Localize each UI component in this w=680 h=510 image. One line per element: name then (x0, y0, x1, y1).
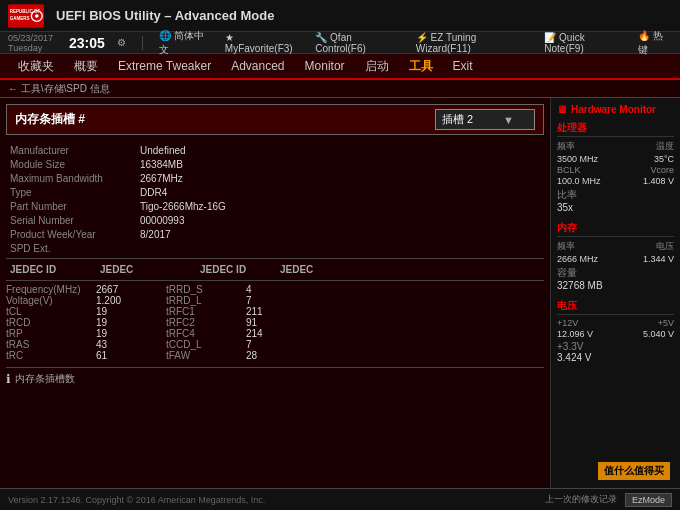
timing-val-trcd: 19 (96, 317, 146, 328)
footer-version: Version 2.17.1246. Copyright © 2016 Amer… (8, 495, 265, 505)
hw-cpu-freq-label: 频率 (557, 140, 575, 153)
module-size-val: 16384MB (136, 157, 544, 171)
serial-number-val: 00000993 (136, 213, 544, 227)
jedec-h3: JEDEC ID (196, 262, 276, 277)
nav-advanced[interactable]: Advanced (221, 55, 294, 77)
timing-key-trp: tRP (6, 328, 96, 339)
hw-bclk-label-row: BCLK Vcore (557, 165, 674, 175)
timing-row-freq: Frequency(MHz) 2667 tRRD_S 4 (6, 284, 544, 295)
hw-ram-title: 内存 (557, 221, 674, 237)
hw-ratio-val: 35x (557, 202, 674, 213)
info-label: 内存条插槽数 (15, 372, 75, 386)
topbar-qfan[interactable]: 🔧 Qfan Control(F6) (315, 32, 404, 54)
hw-12v-val-row: 12.096 V 5.040 V (557, 329, 674, 339)
timing-val-trp: 19 (96, 328, 146, 339)
hw-ram-cap-val: 32768 MB (557, 280, 674, 291)
spd-ext-val (136, 241, 544, 255)
table-row: Module Size 16384MB (6, 157, 544, 171)
hw-5v-val: 5.040 V (643, 329, 674, 339)
topbar: 05/23/2017 Tuesday 23:05 ⚙ 🌐 简体中文 ★ MyFa… (0, 32, 680, 54)
hw-ram-freq-val-row: 2666 MHz 1.344 V (557, 254, 674, 264)
slot-selector: 内存条插槽 # 插槽 2 ▼ (6, 104, 544, 135)
hw-ram-freq-val: 2666 MHz (557, 254, 598, 264)
timing-val-tras: 43 (96, 339, 146, 350)
hw-12v-label: +12V (557, 318, 578, 328)
max-bandwidth-val: 2667MHz (136, 171, 544, 185)
topbar-lang[interactable]: 🌐 简体中文 (159, 29, 213, 57)
spd-ext-key: SPD Ext. (6, 241, 136, 255)
day-display: Tuesday (8, 43, 42, 53)
topbar-hotkeys[interactable]: 🔥 热键 (638, 29, 672, 57)
jedec-table: JEDEC ID JEDEC JEDEC ID JEDEC (6, 262, 544, 277)
nav-monitor[interactable]: Monitor (295, 55, 355, 77)
table-row: Part Number Tigo-2666Mhz-16G (6, 199, 544, 213)
timing-key-trfc4: tRFC4 (166, 328, 246, 339)
ez-mode-button[interactable]: EzMode (625, 493, 672, 507)
info-bar: ℹ 内存条插槽数 (6, 372, 544, 386)
nav-bar: 收藏夹 概要 Extreme Tweaker Advanced Monitor … (0, 54, 680, 80)
memory-info-table: Manufacturer Undefined Module Size 16384… (6, 143, 544, 255)
svg-text:GAMERS: GAMERS (10, 15, 30, 20)
hw-ratio-label: 比率 35x (557, 188, 674, 213)
hw-3v-val: 3.424 V (557, 352, 674, 363)
module-size-key: Module Size (6, 157, 136, 171)
monitor-icon: 🖥 (557, 104, 567, 115)
timing-key-tcl: tCL (6, 306, 96, 317)
timing-key-trcd: tRCD (6, 317, 96, 328)
gear-icon[interactable]: ⚙ (117, 37, 126, 48)
product-week-key: Product Week/Year (6, 227, 136, 241)
timing-val-trfc4: 214 (246, 328, 544, 339)
timing-key-tccdl: tCCD_L (166, 339, 246, 350)
hw-cpu-section: 处理器 频率 温度 3500 MHz 35°C BCLK Vcore 100.0… (557, 121, 674, 213)
timing-val-trfc1: 211 (246, 306, 544, 317)
nav-extreme-tweaker[interactable]: Extreme Tweaker (108, 55, 221, 77)
header: REPUBLIC OF GAMERS UEFI BIOS Utility – A… (0, 0, 680, 32)
main-content: 内存条插槽 # 插槽 2 ▼ Manufacturer Undefined Mo… (0, 98, 680, 488)
max-bandwidth-key: Maximum Bandwidth (6, 171, 136, 185)
last-change-label: 上一次的修改记录 (545, 493, 617, 506)
topbar-quick-note[interactable]: 📝 Quick Note(F9) (544, 32, 625, 54)
nav-tools[interactable]: 工具 (399, 54, 443, 79)
part-number-val: Tigo-2666Mhz-16G (136, 199, 544, 213)
hw-cpu-temp-label: 温度 (656, 140, 674, 153)
timing-row-volt: Voltage(V) 1.200 tRRD_L 7 (6, 295, 544, 306)
watermark: 值什么值得买 (598, 462, 670, 480)
timing-val-trrds: 4 (246, 284, 544, 295)
hw-volt-section: 电压 +12V +5V 12.096 V 5.040 V +3.3V 3.424… (557, 299, 674, 363)
nav-overview[interactable]: 概要 (64, 54, 108, 79)
timing-table: Frequency(MHz) 2667 tRRD_S 4 Voltage(V) … (6, 284, 544, 361)
topbar-favorite[interactable]: ★ MyFavorite(F3) (225, 32, 303, 54)
timing-key-trrds: tRRD_S (166, 284, 246, 295)
hw-ram-volt-val: 1.344 V (643, 254, 674, 264)
type-key: Type (6, 185, 136, 199)
timing-val-freq: 2667 (96, 284, 146, 295)
nav-favorites[interactable]: 收藏夹 (8, 54, 64, 79)
time-display: 23:05 (69, 35, 105, 51)
hw-ram-freq-label-row: 频率 电压 (557, 240, 674, 253)
slot-dropdown[interactable]: 插槽 2 ▼ (435, 109, 535, 130)
jedec-header-row: JEDEC ID JEDEC JEDEC ID JEDEC (6, 262, 544, 277)
timing-val-trfc2: 91 (246, 317, 544, 328)
hw-volt-title: 电压 (557, 299, 674, 315)
subnav-path: ← 工具\存储\SPD 信息 (8, 82, 110, 96)
nav-boot[interactable]: 启动 (355, 54, 399, 79)
page-title: UEFI BIOS Utility – Advanced Mode (56, 8, 672, 23)
timing-key-trrdl: tRRD_L (166, 295, 246, 306)
footer-right: 上一次的修改记录 EzMode (545, 493, 672, 507)
table-row: Type DDR4 (6, 185, 544, 199)
hw-bclk-label: BCLK (557, 165, 581, 175)
nav-exit[interactable]: Exit (443, 55, 483, 77)
timing-val-volt: 1.200 (96, 295, 146, 306)
slot-value: 插槽 2 (442, 112, 473, 127)
topbar-ez-tuning[interactable]: ⚡ EZ Tuning Wizard(F11) (416, 32, 532, 54)
logo: REPUBLIC OF GAMERS (8, 4, 44, 28)
hw-ram-freq-label: 频率 (557, 240, 575, 253)
hw-5v-label: +5V (658, 318, 674, 328)
serial-number-key: Serial Number (6, 213, 136, 227)
timing-key-trfc1: tRFC1 (166, 306, 246, 317)
hardware-monitor: 🖥 Hardware Monitor 处理器 频率 温度 3500 MHz 35… (550, 98, 680, 488)
hw-vcore-val: 1.408 V (643, 176, 674, 186)
timing-key-volt: Voltage(V) (6, 295, 96, 306)
timing-val-trrdl: 7 (246, 295, 544, 306)
hw-ram-volt-label: 电压 (656, 240, 674, 253)
